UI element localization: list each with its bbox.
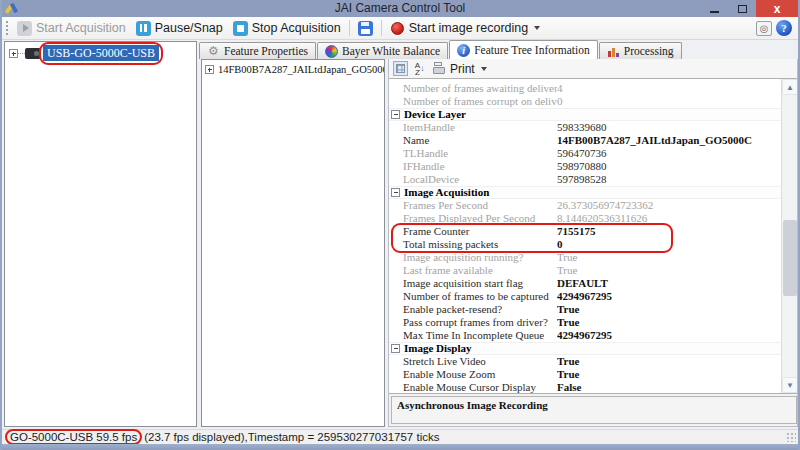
record-icon [390, 21, 405, 36]
property-value[interactable]: True [557, 303, 780, 316]
maximize-button[interactable] [728, 0, 756, 17]
printer-icon[interactable] [431, 61, 446, 76]
property-row[interactable]: Number of frames corrupt on delivery0 [389, 95, 797, 108]
scroll-up-icon[interactable]: ▲ [782, 79, 797, 95]
categorized-view-icon[interactable] [393, 61, 408, 76]
property-value[interactable]: 4 [557, 82, 780, 95]
dropdown-arrow-icon[interactable] [534, 26, 540, 30]
device-tree-item-selected[interactable]: USB-GO-5000C-USB [43, 45, 159, 61]
property-value[interactable]: 26.373056974723362 [557, 199, 780, 212]
collapse-icon[interactable] [391, 110, 400, 119]
tab-feature-tree-information[interactable]: i Feature Tree Information [449, 40, 598, 59]
property-row[interactable]: Max Time In Incomplete Queue4294967295 [389, 329, 797, 342]
expand-icon[interactable] [9, 49, 18, 58]
property-value[interactable]: True [557, 251, 780, 264]
property-value[interactable]: 0 [557, 238, 780, 251]
property-label: Number of frames corrupt on delivery [389, 95, 557, 108]
property-label: Frame Counter [389, 225, 557, 238]
feature-tree-root-item[interactable]: 14FB00B7A287_JAILtdJapan_GO5000CUSB [202, 60, 384, 75]
property-row[interactable]: Total missing packets0 [389, 238, 797, 251]
property-value[interactable]: True [557, 355, 780, 368]
property-row[interactable]: Frames Displayed Per Second8.14462053631… [389, 212, 797, 225]
resize-grip[interactable] [786, 432, 796, 442]
gear-icon: ⚙ [207, 45, 220, 58]
save-image-button[interactable] [353, 18, 378, 39]
property-row[interactable]: Enable Mouse ZoomTrue [389, 368, 797, 381]
property-value[interactable]: 597898528 [557, 173, 780, 186]
property-label: Number of frames to be captured [389, 290, 557, 303]
property-row[interactable]: Image acquisition start flagDEFAULT [389, 277, 797, 290]
tab-bayer-white-balance[interactable]: Bayer White Balance [317, 42, 448, 59]
minimize-button[interactable] [700, 0, 728, 17]
property-value[interactable]: 14FB00B7A287_JAILtdJapan_GO5000C [557, 134, 780, 147]
scroll-down-icon[interactable]: ▼ [782, 377, 797, 393]
property-value[interactable]: 4294967295 [557, 290, 780, 303]
property-row[interactable]: Number of frames awaiting delivery4 [389, 82, 797, 95]
property-value[interactable]: 8.144620536311626 [557, 212, 780, 225]
image-options-icon[interactable]: ◎ [756, 21, 772, 36]
property-value[interactable]: 598339680 [557, 121, 780, 134]
collapse-icon[interactable] [391, 344, 400, 353]
print-button[interactable]: Print [450, 62, 475, 76]
start-acquisition-button[interactable]: Start Acquisition [12, 18, 131, 39]
status-text: (23.7 fps displayed),Timestamp = 2595302… [144, 431, 439, 443]
property-value[interactable]: 596470736 [557, 147, 780, 160]
property-value[interactable]: False [557, 381, 780, 394]
property-row[interactable]: LocalDevice597898528 [389, 173, 797, 186]
color-wheel-icon [325, 45, 338, 58]
stop-acquisition-button[interactable]: Stop Acquisition [228, 18, 346, 39]
property-row[interactable]: Frames Per Second26.373056974723362 [389, 199, 797, 212]
device-tree-panel: USB-GO-5000C-USB [4, 41, 197, 427]
save-icon [358, 21, 373, 36]
tab-strip: ⚙ Feature Properties Bayer White Balance… [199, 40, 798, 59]
device-tree-row: USB-GO-5000C-USB [5, 44, 196, 63]
collapse-icon[interactable] [391, 188, 400, 197]
help-icon[interactable]: ? [776, 20, 792, 36]
property-row[interactable]: Image acquisition running?True [389, 251, 797, 264]
tab-processing[interactable]: Processing [599, 42, 682, 59]
property-label: Max Time In Incomplete Queue [389, 329, 557, 342]
property-row[interactable]: Pass corrupt frames from driver?True [389, 316, 797, 329]
property-value[interactable]: True [557, 316, 780, 329]
category-row[interactable]: Image Display [389, 342, 797, 355]
property-value[interactable]: True [557, 368, 780, 381]
category-label: Image Acquisition [404, 186, 489, 199]
window-bottom-border [2, 444, 798, 450]
property-row[interactable]: Enable Mouse Cursor DisplayFalse [389, 381, 797, 394]
property-value[interactable]: True [557, 264, 780, 277]
property-row[interactable]: Enable packet-resend?True [389, 303, 797, 316]
property-row[interactable]: Name14FB00B7A287_JAILtdJapan_GO5000C [389, 134, 797, 147]
toolbar-grip [5, 20, 9, 36]
stop-icon [233, 21, 248, 36]
category-row[interactable]: Device Layer [389, 108, 797, 121]
property-row[interactable]: Last frame availableTrue [389, 264, 797, 277]
start-image-recording-button[interactable]: Start image recording [385, 18, 546, 39]
print-dropdown-arrow-icon[interactable] [481, 67, 487, 71]
tab-feature-properties[interactable]: ⚙ Feature Properties [199, 42, 316, 59]
category-row[interactable]: Image Acquisition [389, 186, 797, 199]
property-row[interactable]: Number of frames to be captured429496729… [389, 290, 797, 303]
property-value[interactable]: 4294967295 [557, 329, 780, 342]
sort-alphabetical-icon[interactable]: AZ↓ [412, 61, 427, 76]
expand-icon[interactable] [205, 65, 214, 74]
property-row[interactable]: Frame Counter7155175 [389, 225, 797, 238]
property-description-title: Asynchronous Image Recording [397, 399, 548, 411]
property-value[interactable]: 7155175 [557, 225, 780, 238]
pause-snap-button[interactable]: Pause/Snap [131, 18, 228, 39]
vertical-scrollbar[interactable]: ▲ ▼ [781, 79, 797, 393]
property-value[interactable]: 0 [557, 95, 780, 108]
property-toolbar: AZ↓ Print [389, 59, 797, 78]
property-row[interactable]: IFHandle598970880 [389, 160, 797, 173]
property-label: Enable Mouse Cursor Display [389, 381, 557, 394]
property-grid: Number of frames awaiting delivery4Numbe… [389, 78, 797, 394]
property-label: ItemHandle [389, 121, 557, 134]
property-value[interactable]: DEFAULT [557, 277, 780, 290]
property-value[interactable]: 598970880 [557, 160, 780, 173]
property-row[interactable]: ItemHandle598339680 [389, 121, 797, 134]
property-row[interactable]: TLHandle596470736 [389, 147, 797, 160]
property-row[interactable]: Stretch Live VideoTrue [389, 355, 797, 368]
property-label: Stretch Live Video [389, 355, 557, 368]
close-button[interactable]: x [756, 0, 798, 17]
scrollbar-thumb[interactable] [783, 220, 797, 295]
status-bar: GO-5000C-USB 59.5 fps (23.7 fps displaye… [2, 429, 798, 444]
